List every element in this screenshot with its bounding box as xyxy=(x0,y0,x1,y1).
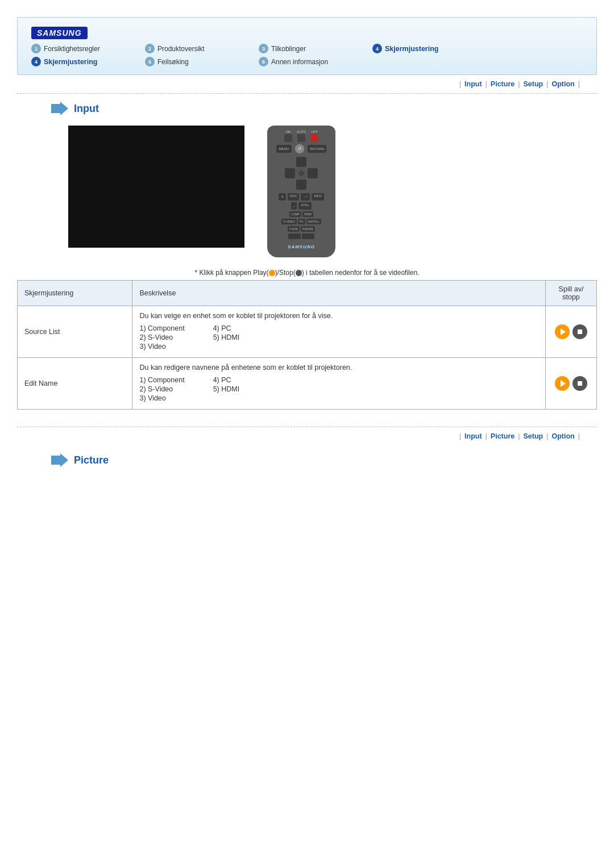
remote-return-btn[interactable]: RETURN xyxy=(308,145,326,153)
note-text: * Klikk på knappen Play()/Stop() i tabel… xyxy=(17,269,597,277)
remote-vol-plus-btn[interactable]: + xyxy=(279,193,286,201)
remote-pmode-btn[interactable]: P.MODE xyxy=(301,226,315,232)
list-item: 4) PC xyxy=(213,376,240,384)
input-title-text: Input xyxy=(74,103,99,115)
row-label-editname: Edit Name xyxy=(18,358,132,410)
remote-btn-extra1[interactable] xyxy=(288,233,301,239)
picture-section-title: Picture xyxy=(17,445,597,471)
stop-btn-source[interactable] xyxy=(572,324,587,339)
remote-install-btn[interactable]: INSTALL xyxy=(306,219,321,224)
list-item: 1) Component xyxy=(139,376,184,384)
remote-fsize-btn[interactable]: F.SIZE xyxy=(288,226,300,232)
dpad-center-btn[interactable] xyxy=(295,167,308,180)
input-icon xyxy=(51,102,68,115)
play-btn-source[interactable] xyxy=(555,324,570,339)
row-action-source xyxy=(546,306,597,358)
display-screen xyxy=(68,126,244,248)
sep3: | xyxy=(518,80,520,88)
nav-item-4-active[interactable]: 4 Skjermjustering xyxy=(372,44,486,53)
remote-on-label: ON xyxy=(285,130,291,133)
nav-link-input-top[interactable]: Input xyxy=(464,80,482,88)
remote-exit-btn[interactable]: EXIT xyxy=(288,193,299,201)
nav-item-5[interactable]: 5 Feilsøking xyxy=(145,57,259,66)
nav-item-4b[interactable]: 4 Skjermjustering xyxy=(31,57,145,66)
remote-arrow-btn[interactable]: → xyxy=(301,193,310,201)
sep-b2: | xyxy=(486,432,487,440)
dpad-down-btn[interactable] xyxy=(296,180,306,190)
nav-item-1[interactable]: 1 Forsiktighetsregler xyxy=(31,44,145,53)
play-btn-editname[interactable] xyxy=(555,376,570,391)
remote-samsung-label: SAMSUNG xyxy=(288,244,315,249)
header: SAMSUNG 1 Forsiktighetsregler 2 Produkto… xyxy=(17,17,597,75)
list-item: 4) PC xyxy=(213,324,240,332)
col-header-spill: Spill av/ stopp xyxy=(546,281,597,306)
stop-btn-editname[interactable] xyxy=(572,376,587,391)
remote-return-icon: ↺ xyxy=(295,144,304,153)
nav-bar-top: | Input | Picture | Setup | Option | xyxy=(17,75,597,94)
list-item: 1) Component xyxy=(139,324,184,332)
stop-indicator xyxy=(296,270,302,276)
list-item: 2) S-Video xyxy=(139,385,184,393)
sep2: | xyxy=(486,80,487,88)
remote-pc-btn[interactable]: PC xyxy=(298,219,305,224)
svg-marker-0 xyxy=(51,102,68,115)
remote-comp-btn[interactable]: COMP xyxy=(289,211,301,217)
row-label-source: Source List xyxy=(18,306,132,358)
dpad-left-btn[interactable] xyxy=(285,168,295,178)
dpad-right-btn[interactable] xyxy=(308,168,318,178)
list-item: 3) Video xyxy=(139,343,184,350)
editname-list-col1: 1) Component 2) S-Video 3) Video xyxy=(139,376,184,403)
list-item: 2) S-Video xyxy=(139,333,184,341)
nav-link-option-bottom[interactable]: Option xyxy=(551,432,574,440)
nav-link-picture-bottom[interactable]: Picture xyxy=(491,432,515,440)
input-table: Skjermjustering Beskrivelse Spill av/ st… xyxy=(17,280,597,410)
samsung-logo: SAMSUNG xyxy=(31,27,88,39)
remote-off-label: OFF xyxy=(311,130,318,133)
remote-on-btn[interactable] xyxy=(284,134,292,142)
play-indicator xyxy=(269,270,275,276)
remote-auto-label: AUTO xyxy=(297,130,306,133)
sep-b3: | xyxy=(518,432,520,440)
remote-dpad xyxy=(285,157,318,190)
nav-link-setup-bottom[interactable]: Setup xyxy=(524,432,544,440)
remote-hdmi-btn[interactable]: HDMI xyxy=(302,211,313,217)
remote-off-btn[interactable] xyxy=(310,134,318,142)
svg-marker-1 xyxy=(51,453,68,467)
table-row-source: Source List Du kan velge en enhet som er… xyxy=(18,306,597,358)
nav-link-setup-top[interactable]: Setup xyxy=(524,80,544,88)
nav-link-input-bottom[interactable]: Input xyxy=(464,432,482,440)
dpad-up-btn[interactable] xyxy=(296,157,306,167)
col-header-skjerm: Skjermjustering xyxy=(18,281,132,306)
sep-b5: | xyxy=(578,432,580,440)
sep-b1: | xyxy=(459,432,461,440)
remote-btn-extra2[interactable] xyxy=(302,233,314,239)
row-desc-editname: Du kan redigere navnene på enhetene som … xyxy=(132,358,546,410)
remote-menu-btn[interactable]: MENU xyxy=(276,145,292,153)
sep1: | xyxy=(459,80,461,88)
list-item: 5) HDMI xyxy=(213,333,240,341)
col-header-beskrivelse: Beskrivelse xyxy=(132,281,546,306)
nav-item-3[interactable]: 3 Tilkoblinger xyxy=(259,44,372,53)
nav-item-6[interactable]: 6 Annen informasjon xyxy=(259,57,372,66)
nav-link-picture-top[interactable]: Picture xyxy=(491,80,515,88)
list-item: 3) Video xyxy=(139,394,184,402)
source-list-col1: 1) Component 2) S-Video 3) Video xyxy=(139,324,184,352)
source-list-col2: 4) PC 5) HDMI xyxy=(213,324,240,352)
list-item: 5) HDMI xyxy=(213,385,240,393)
remote-control: ON AUTO OFF MENU ↺ RETURN xyxy=(267,126,335,257)
input-section-title: Input xyxy=(17,94,597,120)
sep4: | xyxy=(546,80,548,88)
remote-vol-minus-btn[interactable]: - xyxy=(291,202,297,210)
info-table-container: Skjermjustering Beskrivelse Spill av/ st… xyxy=(17,280,597,410)
remote-auto-btn[interactable] xyxy=(297,134,305,142)
sep5: | xyxy=(578,80,580,88)
nav-item-2[interactable]: 2 Produktoversikt xyxy=(145,44,259,53)
sep-b4: | xyxy=(546,432,548,440)
editname-list-col2: 4) PC 5) HDMI xyxy=(213,376,240,403)
nav-link-option-top[interactable]: Option xyxy=(551,80,574,88)
content-area: ON AUTO OFF MENU ↺ RETURN xyxy=(17,120,597,263)
remote-still-btn[interactable]: STILL xyxy=(298,202,312,210)
remote-svideo-btn[interactable]: S-VIDEO xyxy=(281,219,297,224)
row-action-editname xyxy=(546,358,597,410)
remote-info-btn[interactable]: INFO xyxy=(312,193,323,201)
